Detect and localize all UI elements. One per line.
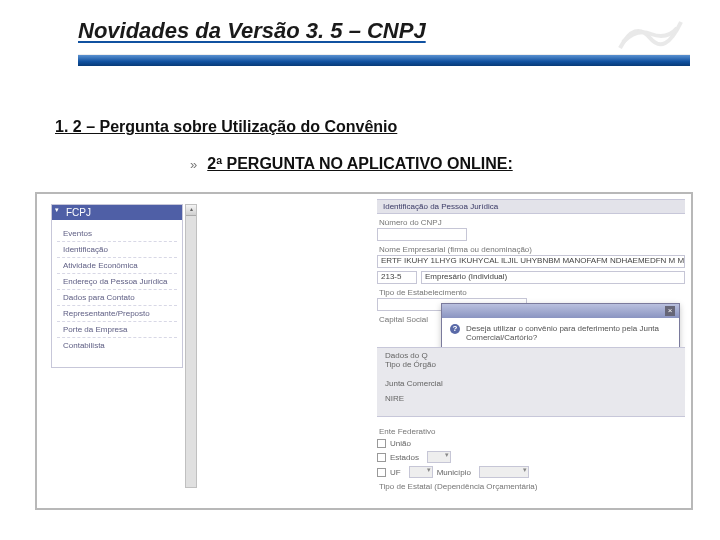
- sidebar-item-contato[interactable]: Dados para Contato: [57, 290, 177, 306]
- select-uf[interactable]: [409, 466, 433, 478]
- form-panel: Identificação da Pessoa Jurídica Número …: [377, 199, 685, 500]
- form-section-ident: Identificação da Pessoa Jurídica: [377, 199, 685, 214]
- checkbox-uf[interactable]: [377, 468, 386, 477]
- sidebar-header[interactable]: FCPJ: [52, 205, 182, 220]
- label-cnpj: Número do CNPJ: [377, 218, 685, 227]
- select-estados[interactable]: [427, 451, 451, 463]
- checkbox-label-municipio: Município: [437, 468, 471, 477]
- label-orgao: Tipo de Órgão: [383, 360, 436, 369]
- checkbox-label-uf: UF: [390, 468, 401, 477]
- sidebar-item-atividade[interactable]: Atividade Econômica: [57, 258, 177, 274]
- bullet-aquo-icon: »: [190, 157, 197, 172]
- sidebar-item-representante[interactable]: Representante/Preposto: [57, 306, 177, 322]
- question-icon: ?: [450, 324, 460, 334]
- checkbox-label-uniao: União: [390, 439, 411, 448]
- select-municipio[interactable]: [479, 466, 529, 478]
- value-junta: Junta Comercial: [383, 379, 443, 388]
- subsection-title: 2ª PERGUNTA NO APLICATIVO ONLINE:: [207, 155, 512, 173]
- sidebar-item-eventos[interactable]: Eventos: [57, 226, 177, 242]
- input-nome[interactable]: ERTF IKUHY 1LHYG IKUHYCAL ILJIL UHYBNBM …: [377, 255, 685, 268]
- label-nome: Nome Empresarial (firma ou denominação): [377, 245, 685, 254]
- checkbox-label-estados: Estados: [390, 453, 419, 462]
- dialog-titlebar[interactable]: ×: [442, 304, 679, 318]
- sidebar-item-porte[interactable]: Porte da Empresa: [57, 322, 177, 338]
- section-heading: 1. 2 – Pergunta sobre Utilização do Conv…: [55, 118, 397, 136]
- label-nire: NIRE: [383, 394, 404, 403]
- subsection-row: » 2ª PERGUNTA NO APLICATIVO ONLINE:: [190, 155, 513, 173]
- checkbox-uniao[interactable]: [377, 439, 386, 448]
- sidebar-item-contabilista[interactable]: Contabilista: [57, 338, 177, 353]
- form-section-dados: Dados do Q Tipo de Órgão Junta Comercial…: [377, 347, 685, 417]
- label-tipo-estatal: Tipo de Estatal (Dependência Orçamentári…: [377, 482, 685, 491]
- label-ente: Ente Federativo: [377, 427, 685, 436]
- sidebar-item-endereco[interactable]: Endereço da Pessoa Jurídica: [57, 274, 177, 290]
- label-tipo-estab: Tipo de Estabelecimento: [377, 288, 685, 297]
- checkbox-estados[interactable]: [377, 453, 386, 462]
- scrollbar-vertical[interactable]: ▴: [185, 204, 197, 488]
- input-cnpj[interactable]: [377, 228, 467, 241]
- input-natureza-desc[interactable]: Empresário (Individual): [421, 271, 685, 284]
- dialog-message: Deseja utilizar o convênio para deferime…: [466, 324, 671, 342]
- sidebar-nav: FCPJ Eventos Identificação Atividade Eco…: [51, 204, 183, 368]
- agency-logo: [615, 10, 685, 52]
- sidebar-item-identificacao[interactable]: Identificação: [57, 242, 177, 258]
- scroll-up-icon[interactable]: ▴: [186, 205, 196, 216]
- page-title: Novidades da Versão 3. 5 – CNPJ: [78, 18, 426, 44]
- label-dados: Dados do Q: [383, 351, 428, 360]
- close-icon[interactable]: ×: [665, 306, 675, 316]
- app-screenshot-frame: FCPJ Eventos Identificação Atividade Eco…: [35, 192, 693, 510]
- input-natureza-code[interactable]: 213-5: [377, 271, 417, 284]
- title-accent-bar: [78, 54, 690, 66]
